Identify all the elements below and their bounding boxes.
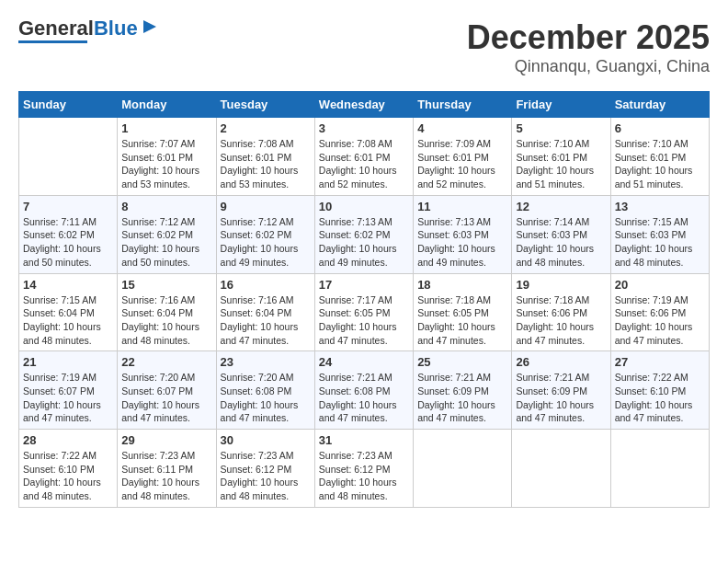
day-info: Sunrise: 7:22 AM Sunset: 6:10 PM Dayligh… (23, 449, 113, 503)
day-number: 8 (121, 200, 211, 213)
calendar-cell (19, 118, 118, 196)
day-header-monday: Monday (118, 92, 216, 118)
day-info: Sunrise: 7:22 AM Sunset: 6:10 PM Dayligh… (615, 371, 705, 425)
day-number: 21 (23, 355, 113, 369)
calendar-cell: 1Sunrise: 7:07 AM Sunset: 6:01 PM Daylig… (118, 118, 216, 196)
calendar-cell: 18Sunrise: 7:18 AM Sunset: 6:05 PM Dayli… (414, 273, 512, 351)
day-info: Sunrise: 7:17 AM Sunset: 6:05 PM Dayligh… (319, 293, 409, 348)
calendar-cell: 25Sunrise: 7:21 AM Sunset: 6:09 PM Dayli… (414, 351, 512, 430)
day-info: Sunrise: 7:12 AM Sunset: 6:02 PM Dayligh… (121, 215, 211, 270)
day-info: Sunrise: 7:13 AM Sunset: 6:03 PM Dayligh… (417, 215, 507, 270)
day-info: Sunrise: 7:10 AM Sunset: 6:01 PM Dayligh… (615, 137, 705, 191)
day-info: Sunrise: 7:19 AM Sunset: 6:06 PM Dayligh… (615, 293, 705, 348)
calendar-cell: 22Sunrise: 7:20 AM Sunset: 6:07 PM Dayli… (118, 351, 216, 430)
calendar-cell: 30Sunrise: 7:23 AM Sunset: 6:12 PM Dayli… (216, 430, 314, 508)
calendar-cell: 10Sunrise: 7:13 AM Sunset: 6:02 PM Dayli… (314, 195, 413, 273)
logo: GeneralBlue (18, 18, 160, 43)
day-number: 17 (319, 278, 409, 292)
calendar-week-1: 1Sunrise: 7:07 AM Sunset: 6:01 PM Daylig… (19, 118, 710, 196)
day-info: Sunrise: 7:19 AM Sunset: 6:07 PM Dayligh… (23, 371, 113, 425)
day-info: Sunrise: 7:12 AM Sunset: 6:02 PM Dayligh… (221, 215, 311, 270)
day-number: 30 (221, 433, 311, 447)
day-info: Sunrise: 7:09 AM Sunset: 6:01 PM Dayligh… (417, 137, 507, 191)
calendar-week-2: 7Sunrise: 7:11 AM Sunset: 6:02 PM Daylig… (19, 195, 710, 273)
day-number: 19 (516, 278, 606, 292)
day-number: 13 (615, 200, 705, 213)
day-number: 23 (221, 355, 311, 369)
day-header-saturday: Saturday (610, 92, 709, 118)
day-info: Sunrise: 7:21 AM Sunset: 6:09 PM Dayligh… (417, 371, 507, 425)
day-info: Sunrise: 7:07 AM Sunset: 6:01 PM Dayligh… (121, 137, 211, 191)
location-title: Qinnanqu, Guangxi, China (467, 57, 710, 76)
day-number: 28 (23, 433, 113, 447)
calendar-cell: 24Sunrise: 7:21 AM Sunset: 6:08 PM Dayli… (314, 351, 413, 430)
calendar-cell: 16Sunrise: 7:16 AM Sunset: 6:04 PM Dayli… (216, 273, 314, 351)
day-number: 29 (121, 433, 211, 447)
calendar-cell: 29Sunrise: 7:23 AM Sunset: 6:11 PM Dayli… (118, 430, 216, 508)
day-info: Sunrise: 7:13 AM Sunset: 6:02 PM Dayligh… (319, 215, 409, 270)
day-number: 20 (615, 278, 705, 292)
calendar-cell: 12Sunrise: 7:14 AM Sunset: 6:03 PM Dayli… (512, 195, 610, 273)
calendar-cell: 3Sunrise: 7:08 AM Sunset: 6:01 PM Daylig… (314, 118, 413, 196)
day-number: 11 (417, 200, 507, 213)
month-title: December 2025 (467, 18, 710, 57)
day-info: Sunrise: 7:10 AM Sunset: 6:01 PM Dayligh… (516, 137, 606, 191)
calendar-cell: 8Sunrise: 7:12 AM Sunset: 6:02 PM Daylig… (118, 195, 216, 273)
day-info: Sunrise: 7:21 AM Sunset: 6:08 PM Dayligh… (319, 371, 409, 425)
day-number: 24 (319, 355, 409, 369)
calendar-cell: 27Sunrise: 7:22 AM Sunset: 6:10 PM Dayli… (610, 351, 709, 430)
calendar-cell: 6Sunrise: 7:10 AM Sunset: 6:01 PM Daylig… (610, 118, 709, 196)
day-info: Sunrise: 7:08 AM Sunset: 6:01 PM Dayligh… (221, 137, 311, 191)
calendar-cell: 7Sunrise: 7:11 AM Sunset: 6:02 PM Daylig… (19, 195, 118, 273)
calendar-cell: 21Sunrise: 7:19 AM Sunset: 6:07 PM Dayli… (19, 351, 118, 430)
day-header-tuesday: Tuesday (216, 92, 314, 118)
calendar-cell: 11Sunrise: 7:13 AM Sunset: 6:03 PM Dayli… (414, 195, 512, 273)
day-info: Sunrise: 7:20 AM Sunset: 6:07 PM Dayligh… (121, 371, 211, 425)
calendar-cell: 17Sunrise: 7:17 AM Sunset: 6:05 PM Dayli… (314, 273, 413, 351)
day-number: 12 (516, 200, 606, 213)
day-number: 25 (417, 355, 507, 369)
day-info: Sunrise: 7:18 AM Sunset: 6:05 PM Dayligh… (417, 293, 507, 348)
day-number: 27 (615, 355, 705, 369)
day-number: 6 (615, 121, 705, 135)
header: GeneralBlue December 2025 Qinnanqu, Guan… (18, 18, 710, 76)
day-number: 14 (23, 278, 113, 292)
calendar: SundayMondayTuesdayWednesdayThursdayFrid… (18, 91, 710, 508)
calendar-week-3: 14Sunrise: 7:15 AM Sunset: 6:04 PM Dayli… (19, 273, 710, 351)
calendar-cell (512, 430, 610, 508)
day-info: Sunrise: 7:11 AM Sunset: 6:02 PM Dayligh… (23, 215, 113, 270)
day-number: 3 (319, 121, 409, 135)
day-header-wednesday: Wednesday (314, 92, 413, 118)
logo-icon (140, 17, 160, 37)
day-number: 31 (319, 433, 409, 447)
day-info: Sunrise: 7:08 AM Sunset: 6:01 PM Dayligh… (319, 137, 409, 191)
day-info: Sunrise: 7:16 AM Sunset: 6:04 PM Dayligh… (221, 293, 311, 348)
calendar-cell: 9Sunrise: 7:12 AM Sunset: 6:02 PM Daylig… (216, 195, 314, 273)
day-number: 26 (516, 355, 606, 369)
day-info: Sunrise: 7:16 AM Sunset: 6:04 PM Dayligh… (121, 293, 211, 348)
day-number: 1 (121, 121, 211, 135)
title-area: December 2025 Qinnanqu, Guangxi, China (467, 18, 710, 76)
day-number: 7 (23, 200, 113, 213)
calendar-cell: 31Sunrise: 7:23 AM Sunset: 6:12 PM Dayli… (314, 430, 413, 508)
day-header-sunday: Sunday (19, 92, 118, 118)
calendar-header-row: SundayMondayTuesdayWednesdayThursdayFrid… (19, 92, 710, 118)
day-info: Sunrise: 7:15 AM Sunset: 6:04 PM Dayligh… (23, 293, 113, 348)
day-number: 16 (221, 278, 311, 292)
day-number: 4 (417, 121, 507, 135)
calendar-week-4: 21Sunrise: 7:19 AM Sunset: 6:07 PM Dayli… (19, 351, 710, 430)
calendar-week-5: 28Sunrise: 7:22 AM Sunset: 6:10 PM Dayli… (19, 430, 710, 508)
calendar-cell: 23Sunrise: 7:20 AM Sunset: 6:08 PM Dayli… (216, 351, 314, 430)
day-number: 22 (121, 355, 211, 369)
calendar-cell: 20Sunrise: 7:19 AM Sunset: 6:06 PM Dayli… (610, 273, 709, 351)
day-info: Sunrise: 7:23 AM Sunset: 6:12 PM Dayligh… (221, 449, 311, 503)
day-number: 18 (417, 278, 507, 292)
day-info: Sunrise: 7:18 AM Sunset: 6:06 PM Dayligh… (516, 293, 606, 348)
svg-marker-0 (143, 20, 156, 33)
day-info: Sunrise: 7:15 AM Sunset: 6:03 PM Dayligh… (615, 215, 705, 270)
logo-text: GeneralBlue (18, 18, 138, 39)
calendar-cell: 4Sunrise: 7:09 AM Sunset: 6:01 PM Daylig… (414, 118, 512, 196)
day-header-thursday: Thursday (414, 92, 512, 118)
day-number: 5 (516, 121, 606, 135)
calendar-cell: 14Sunrise: 7:15 AM Sunset: 6:04 PM Dayli… (19, 273, 118, 351)
